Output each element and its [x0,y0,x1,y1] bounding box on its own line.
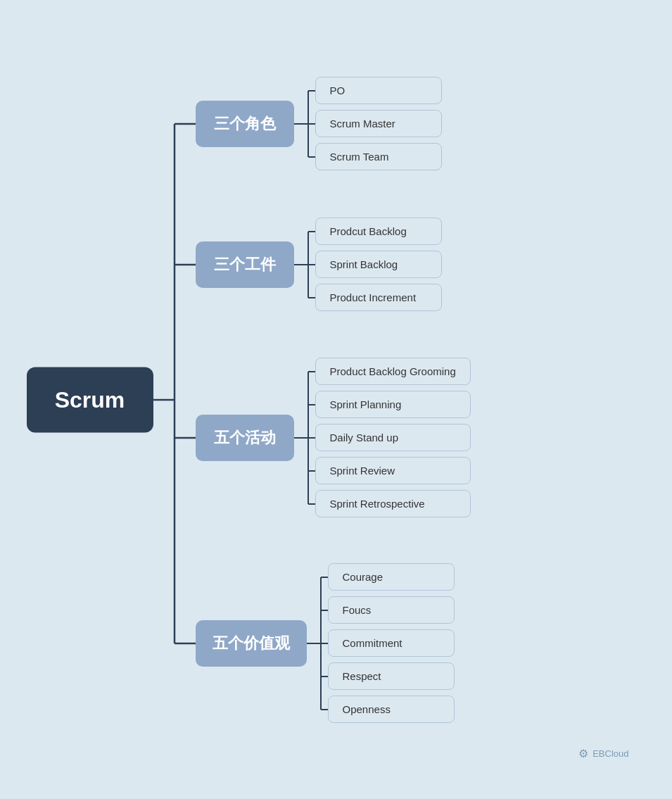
leaf-2-4: Sprint Retrospective [315,490,471,517]
branch-0: 三个角色POScrum MasterScrum Team [196,64,442,184]
mid-node-1: 三个工件 [196,241,294,288]
watermark-icon: ⚙ [578,747,588,760]
leaves-0: POScrum MasterScrum Team [315,77,442,170]
branch-1: 三个工件Prodcut BacklogSprint BacklogProduct… [196,205,442,325]
leaf-0-0: PO [315,77,442,104]
watermark: ⚙ EBCloud [578,747,628,760]
diagram: Scrum 三个角色POScrum MasterScrum Team三个工件Pr… [27,27,646,773]
mid-node-2: 五个活动 [196,415,294,461]
leaf-2-3: Sprint Review [315,457,471,484]
branch-2: 五个活动Product Backlog GroomingSprint Plann… [196,346,471,530]
branch-3: 五个价值观CourageFoucsCommitmentRespectOpenne… [196,551,455,736]
mid-node-3: 五个价值观 [196,620,307,667]
leaf-0-1: Scrum Master [315,110,442,137]
leaf-3-0: Courage [328,563,455,591]
leaves-1: Prodcut BacklogSprint BacklogProduct Inc… [315,218,442,311]
mid-node-0: 三个角色 [196,101,294,147]
leaf-1-2: Product Increment [315,284,442,311]
leaf-0-2: Scrum Team [315,143,442,170]
leaf-2-0: Product Backlog Grooming [315,358,471,385]
leaf-2-2: Daily Stand up [315,424,471,451]
root-node: Scrum [27,367,153,432]
leaf-2-1: Sprint Planning [315,391,471,418]
leaves-3: CourageFoucsCommitmentRespectOpenness [328,563,455,723]
leaf-3-1: Foucs [328,596,455,624]
leaf-3-4: Openness [328,696,455,723]
leaf-3-3: Respect [328,662,455,690]
watermark-text: EBCloud [592,748,628,759]
leaf-1-1: Sprint Backlog [315,251,442,278]
branches-container: 三个角色POScrum MasterScrum Team三个工件Prodcut … [196,27,646,773]
leaf-3-2: Commitment [328,629,455,657]
leaves-2: Product Backlog GroomingSprint PlanningD… [315,358,471,517]
leaf-1-0: Prodcut Backlog [315,218,442,245]
